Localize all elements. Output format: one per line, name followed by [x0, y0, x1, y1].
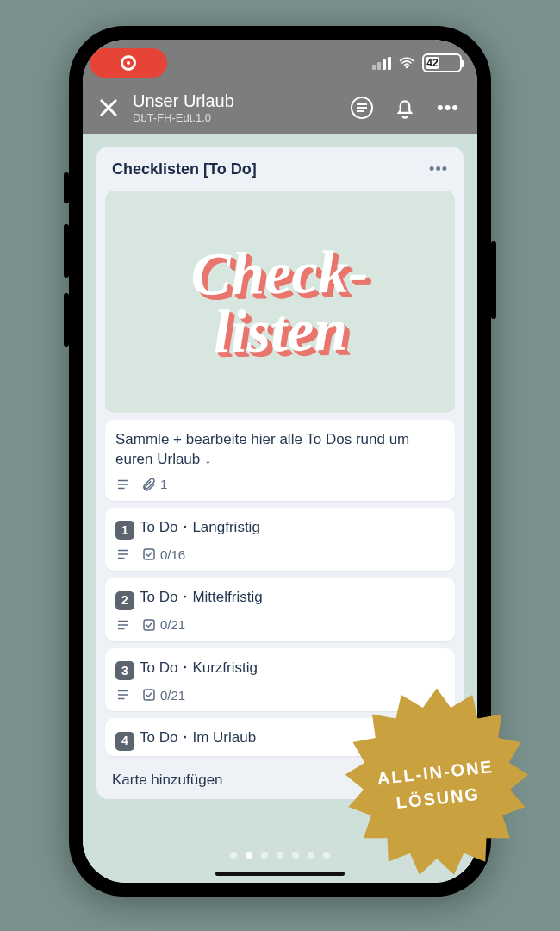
svg-rect-3 [144, 620, 154, 630]
checklist-badge: 0/21 [141, 687, 185, 703]
bell-icon[interactable] [389, 92, 420, 123]
list-cover[interactable]: Check- listen [105, 191, 455, 413]
hw-volume-up [64, 224, 69, 278]
board-title[interactable]: Unser Urlaub [133, 91, 334, 111]
wifi-icon [398, 54, 415, 72]
cellular-signal-icon [372, 57, 391, 70]
hw-volume-down [64, 293, 69, 347]
card-title: To Do・Im Urlaub [140, 729, 256, 746]
list-menu-icon[interactable]: ••• [429, 160, 448, 178]
board-navbar: Unser Urlaub DbT-FH-Edt.1.0 ••• [83, 81, 477, 134]
promo-starburst: ALL-IN-ONE LÖSUNG [329, 678, 544, 893]
number-icon: 1 [115, 521, 134, 540]
card-intro[interactable]: Sammle + bearbeite hier alle To Dos rund… [105, 420, 455, 501]
card-title: To Do・Langfristig [140, 519, 260, 535]
description-icon [115, 687, 131, 703]
battery-percent: 42 [426, 57, 438, 69]
home-indicator[interactable] [215, 872, 345, 876]
hw-silence-switch [64, 172, 69, 203]
number-icon: 3 [115, 661, 134, 680]
number-icon: 4 [115, 732, 134, 751]
record-icon [121, 55, 136, 71]
card-title: Sammle + bearbeite hier alle To Dos rund… [115, 430, 445, 470]
status-bar: 42 [83, 40, 477, 81]
more-icon[interactable]: ••• [432, 92, 464, 123]
card-title: To Do・Mittelfristig [140, 589, 263, 605]
card-title: To Do・Kurzfristig [140, 659, 258, 676]
badge-line2: LÖSUNG [395, 784, 481, 812]
filter-icon[interactable] [346, 92, 377, 123]
hw-power-button [491, 241, 496, 319]
description-icon [115, 617, 131, 633]
board-subtitle: DbT-FH-Edt.1.0 [133, 111, 334, 124]
attachment-badge: 1 [141, 477, 167, 492]
description-icon [115, 477, 131, 492]
list-title[interactable]: Checklisten [To Do] [112, 160, 257, 178]
card-todo-2[interactable]: 2To Do・Mittelfristig 0/21 [105, 578, 455, 640]
checklist-badge: 0/16 [141, 547, 185, 562]
card-todo-1[interactable]: 1To Do・Langfristig 0/16 [105, 508, 455, 571]
checklist-badge: 0/21 [141, 617, 185, 633]
svg-rect-4 [144, 690, 154, 700]
close-icon[interactable] [96, 96, 121, 120]
screen-record-pill[interactable] [90, 48, 167, 78]
description-icon [115, 547, 131, 562]
svg-point-0 [406, 66, 408, 69]
number-icon: 2 [115, 591, 134, 610]
cover-text: Check- listen [190, 243, 370, 361]
svg-rect-2 [144, 549, 154, 559]
battery-indicator: 42 [422, 53, 462, 72]
